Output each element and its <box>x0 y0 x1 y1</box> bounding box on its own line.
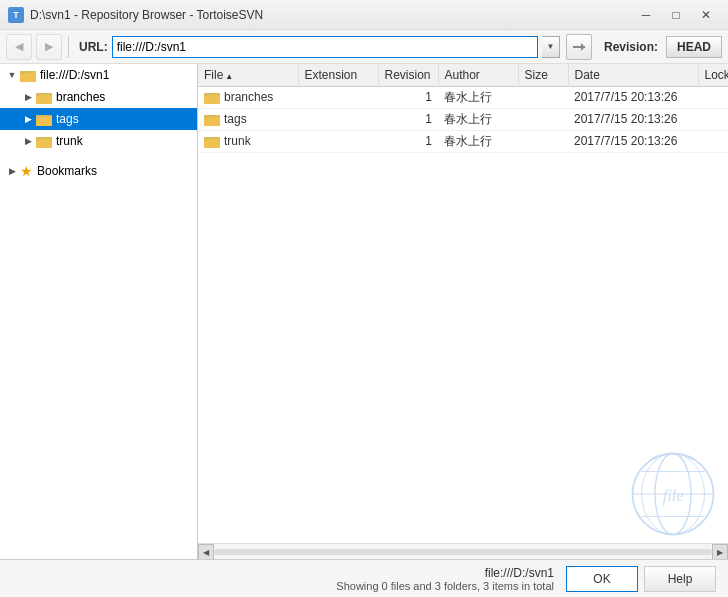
minimize-button[interactable]: ─ <box>632 4 660 26</box>
trunk-label: trunk <box>56 134 83 148</box>
cell-rev-2: 1 <box>378 130 438 152</box>
row-folder-icon-2 <box>204 134 220 148</box>
col-header-date[interactable]: Date <box>568 64 698 86</box>
col-header-file[interactable]: File▲ <box>198 64 298 86</box>
cell-ext-2 <box>298 130 378 152</box>
svg-rect-7 <box>36 93 43 96</box>
svg-rect-16 <box>204 93 211 96</box>
file-table: File▲ Extension Revision Author Size <box>198 64 728 153</box>
branches-folder-icon <box>36 90 52 104</box>
cell-file-1: tags <box>198 108 298 130</box>
cell-size-2 <box>518 130 568 152</box>
titlebar-left: T D:\svn1 - Repository Browser - Tortois… <box>8 7 263 23</box>
root-label: file:///D:/svn1 <box>40 68 109 82</box>
root-folder-icon <box>20 68 36 82</box>
svg-rect-4 <box>20 71 27 74</box>
cell-size-0 <box>518 86 568 108</box>
close-button[interactable]: ✕ <box>692 4 720 26</box>
svg-rect-21 <box>204 139 220 148</box>
col-header-size[interactable]: Size <box>518 64 568 86</box>
row-folder-icon-1 <box>204 112 220 126</box>
window-title: D:\svn1 - Repository Browser - TortoiseS… <box>30 8 263 22</box>
col-header-revision[interactable]: Revision <box>378 64 438 86</box>
cell-lock-1 <box>698 108 728 130</box>
url-dropdown-button[interactable]: ▼ <box>542 36 560 58</box>
bookmarks-item[interactable]: ▶ ★ Bookmarks <box>0 160 197 182</box>
back-button[interactable]: ◀ <box>6 34 32 60</box>
cell-ext-0 <box>298 86 378 108</box>
expand-branches-icon: ▶ <box>20 89 36 105</box>
scroll-right-button[interactable]: ▶ <box>712 544 728 559</box>
ok-button[interactable]: OK <box>566 566 638 592</box>
svg-text:file: file <box>663 487 684 505</box>
statusbar-path: file:///D:/svn1 <box>283 566 554 580</box>
svg-rect-6 <box>36 95 52 104</box>
cell-rev-1: 1 <box>378 108 438 130</box>
cell-author-1: 春水上行 <box>438 108 518 130</box>
col-header-author[interactable]: Author <box>438 64 518 86</box>
svg-rect-22 <box>204 137 211 140</box>
svg-rect-10 <box>36 115 43 118</box>
tree-panel: ▼ file:///D:/svn1 ▶ branches ▶ tags ▶ <box>0 64 198 559</box>
toolbar: ◀ ▶ URL: ▼ Revision: HEAD <box>0 30 728 64</box>
cell-rev-0: 1 <box>378 86 438 108</box>
svg-rect-9 <box>36 117 52 126</box>
titlebar-buttons: ─ □ ✕ <box>632 4 720 26</box>
svg-rect-3 <box>20 73 36 82</box>
svg-rect-18 <box>204 117 220 126</box>
row-folder-icon-0 <box>204 90 220 104</box>
h-scrollbar-track[interactable] <box>214 549 712 555</box>
svg-rect-12 <box>36 139 52 148</box>
cell-author-0: 春水上行 <box>438 86 518 108</box>
tree-root[interactable]: ▼ file:///D:/svn1 <box>0 64 197 86</box>
cell-date-2: 2017/7/15 20:13:26 <box>568 130 698 152</box>
tree-item-tags[interactable]: ▶ tags <box>0 108 197 130</box>
statusbar: file:///D:/svn1 Showing 0 files and 3 fo… <box>0 559 728 597</box>
main-area: ▼ file:///D:/svn1 ▶ branches ▶ tags ▶ <box>0 64 728 559</box>
cell-lock-2 <box>698 130 728 152</box>
statusbar-text: file:///D:/svn1 Showing 0 files and 3 fo… <box>283 566 554 592</box>
cell-file-2: trunk <box>198 130 298 152</box>
tags-folder-icon <box>36 112 52 126</box>
tags-label: tags <box>56 112 79 126</box>
help-button[interactable]: Help <box>644 566 716 592</box>
app-icon: T <box>8 7 24 23</box>
statusbar-buttons: OK Help <box>566 566 716 592</box>
cell-date-1: 2017/7/15 20:13:26 <box>568 108 698 130</box>
table-row[interactable]: tags 1 春水上行 2017/7/15 20:13:26 <box>198 108 728 130</box>
cell-author-2: 春水上行 <box>438 130 518 152</box>
titlebar: T D:\svn1 - Repository Browser - Tortois… <box>0 0 728 30</box>
revision-button[interactable]: HEAD <box>666 36 722 58</box>
url-label: URL: <box>79 40 108 54</box>
col-header-extension[interactable]: Extension <box>298 64 378 86</box>
table-row[interactable]: branches 1 春水上行 2017/7/15 20:13:26 <box>198 86 728 108</box>
url-go-button[interactable] <box>566 34 592 60</box>
col-header-lock[interactable]: Lock <box>698 64 728 86</box>
h-scrollbar: ◀ ▶ <box>198 543 728 559</box>
star-icon: ★ <box>20 163 33 179</box>
expand-bookmarks-icon: ▶ <box>4 163 20 179</box>
statusbar-summary: Showing 0 files and 3 folders, 3 items i… <box>283 580 554 592</box>
branches-label: branches <box>56 90 105 104</box>
tree-item-branches[interactable]: ▶ branches <box>0 86 197 108</box>
svg-rect-15 <box>204 95 220 104</box>
globe-watermark: file <box>628 449 718 539</box>
revision-label: Revision: <box>604 40 658 54</box>
svg-marker-1 <box>581 43 585 51</box>
bookmarks-label: Bookmarks <box>37 164 97 178</box>
expand-root-icon: ▼ <box>4 67 20 83</box>
scroll-left-button[interactable]: ◀ <box>198 544 214 559</box>
cell-file-0: branches <box>198 86 298 108</box>
cell-date-0: 2017/7/15 20:13:26 <box>568 86 698 108</box>
expand-tags-icon: ▶ <box>20 111 36 127</box>
trunk-folder-icon <box>36 134 52 148</box>
url-input[interactable] <box>112 36 538 58</box>
cell-ext-1 <box>298 108 378 130</box>
table-row[interactable]: trunk 1 春水上行 2017/7/15 20:13:26 <box>198 130 728 152</box>
cell-size-1 <box>518 108 568 130</box>
cell-lock-0 <box>698 86 728 108</box>
expand-trunk-icon: ▶ <box>20 133 36 149</box>
forward-button[interactable]: ▶ <box>36 34 62 60</box>
tree-item-trunk[interactable]: ▶ trunk <box>0 130 197 152</box>
maximize-button[interactable]: □ <box>662 4 690 26</box>
